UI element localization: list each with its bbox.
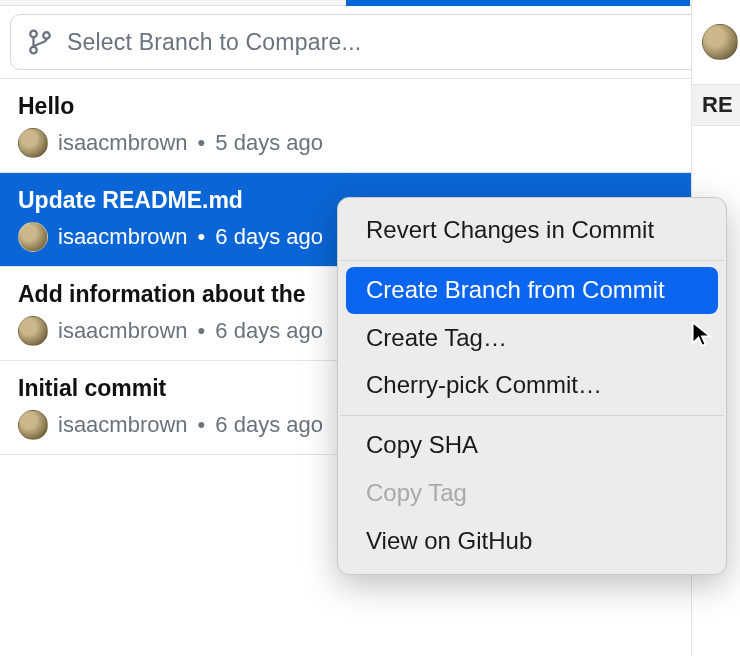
menu-create-branch[interactable]: Create Branch from Commit bbox=[346, 267, 718, 314]
app-root: Select Branch to Compare... Hello isaacm… bbox=[0, 0, 740, 656]
commit-time: 6 days ago bbox=[215, 318, 323, 344]
active-tab-indicator bbox=[346, 0, 690, 6]
commit-author: isaacmbrown bbox=[58, 224, 188, 250]
svg-point-1 bbox=[30, 47, 37, 54]
commit-author: isaacmbrown bbox=[58, 318, 188, 344]
commit-time: 6 days ago bbox=[215, 224, 323, 250]
menu-copy-sha[interactable]: Copy SHA bbox=[346, 422, 718, 469]
avatar bbox=[18, 222, 48, 252]
file-header[interactable]: RE bbox=[692, 84, 740, 126]
commit-row[interactable]: Hello isaacmbrown • 5 days ago bbox=[0, 79, 740, 173]
separator-dot: • bbox=[198, 130, 206, 156]
commit-author: isaacmbrown bbox=[58, 130, 188, 156]
menu-create-tag[interactable]: Create Tag… bbox=[346, 315, 718, 362]
avatar bbox=[18, 316, 48, 346]
commit-time: 5 days ago bbox=[215, 130, 323, 156]
commit-time: 6 days ago bbox=[215, 412, 323, 438]
menu-view-on-github[interactable]: View on GitHub bbox=[346, 518, 718, 565]
commit-author: isaacmbrown bbox=[58, 412, 188, 438]
branch-compare-placeholder: Select Branch to Compare... bbox=[67, 29, 361, 56]
commit-context-menu: Revert Changes in Commit Create Branch f… bbox=[337, 197, 727, 575]
svg-point-0 bbox=[30, 31, 37, 38]
avatar bbox=[702, 24, 738, 60]
menu-cherry-pick[interactable]: Cherry-pick Commit… bbox=[346, 362, 718, 409]
menu-separator bbox=[340, 260, 724, 261]
commit-title: Hello bbox=[18, 93, 722, 120]
menu-separator bbox=[340, 415, 724, 416]
tab-strip bbox=[0, 0, 740, 6]
branch-compare-selector[interactable]: Select Branch to Compare... bbox=[10, 14, 730, 70]
commit-meta: isaacmbrown • 5 days ago bbox=[18, 128, 722, 158]
svg-point-2 bbox=[43, 32, 50, 39]
file-header-label: RE bbox=[702, 92, 733, 118]
menu-revert-changes[interactable]: Revert Changes in Commit bbox=[346, 207, 718, 254]
separator-dot: • bbox=[198, 318, 206, 344]
separator-dot: • bbox=[198, 412, 206, 438]
menu-copy-tag: Copy Tag bbox=[346, 470, 718, 517]
avatar bbox=[18, 128, 48, 158]
git-branch-icon bbox=[27, 27, 53, 57]
avatar bbox=[18, 410, 48, 440]
separator-dot: • bbox=[198, 224, 206, 250]
